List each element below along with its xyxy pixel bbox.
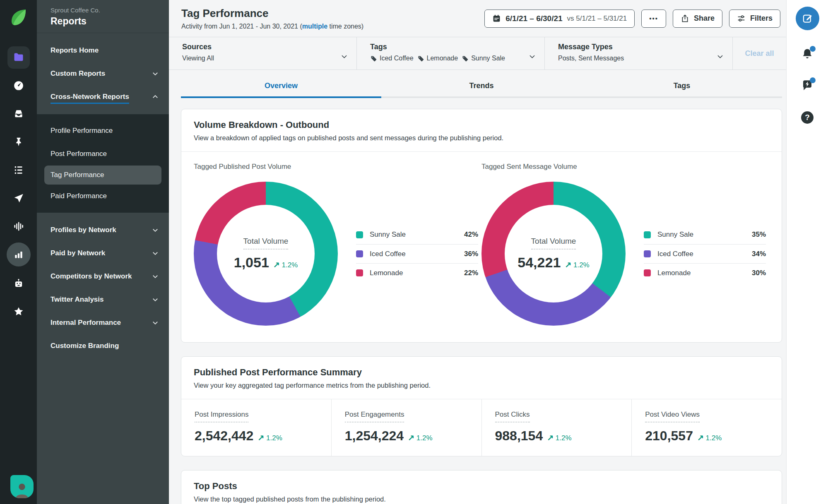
nav-send[interactable] xyxy=(7,187,30,209)
volume-card-subtitle: View a breakdown of applied tags on publ… xyxy=(194,134,769,142)
legend-row[interactable]: Lemonade 22% xyxy=(356,263,478,282)
sidebar-item-reports-home[interactable]: Reports Home xyxy=(37,39,169,62)
sidebar-item-competitors-by-network[interactable]: Competitors by Network xyxy=(37,265,169,288)
user-avatar[interactable] xyxy=(10,475,34,498)
sidebar-subsection: Profile Performance Post Performance Tag… xyxy=(37,114,169,213)
metric-label[interactable]: Post Clicks xyxy=(495,410,530,422)
chart-legend: Sunny Sale 42% Iced Coffee 36% xyxy=(356,225,478,282)
arrow-up-right-icon: ↗ xyxy=(408,433,414,442)
sidebar-item-customize-branding[interactable]: Customize Branding xyxy=(37,334,169,358)
utility-rail: ? xyxy=(787,0,828,504)
sidebar-item-internal-performance[interactable]: Internal Performance xyxy=(37,311,169,334)
metric-label[interactable]: Post Engagements xyxy=(345,410,404,422)
nav-listening[interactable] xyxy=(7,215,30,238)
nav-reports-active[interactable] xyxy=(7,242,31,266)
nav-publishing-pin[interactable] xyxy=(7,131,30,153)
sidebar-item-cross-network-reports[interactable]: Cross-Network Reports xyxy=(37,85,169,108)
nav-favorites[interactable] xyxy=(7,300,30,323)
sidebar-item-tag-performance-selected[interactable]: Tag Performance xyxy=(44,166,161,185)
delta-badge: ↗ 1.2% xyxy=(408,433,432,442)
message-types-filter[interactable]: Message Types Posts, Sent Messages xyxy=(544,37,732,70)
chevron-up-icon xyxy=(152,93,159,101)
sliders-icon xyxy=(737,14,746,23)
legend-row[interactable]: Iced Coffee 36% xyxy=(356,244,478,263)
legend-swatch xyxy=(356,269,363,276)
metric-post-impressions: Post Impressions 2,542,442 ↗ 1.2% xyxy=(181,399,331,456)
tab-overview[interactable]: Overview xyxy=(181,76,381,98)
delta-badge: ↗ 1.2% xyxy=(258,433,282,442)
sidebar-group-section: Profiles by Network Paid by Network Comp… xyxy=(37,213,169,363)
volume-breakdown-card: Volume Breakdown - Outbound View a break… xyxy=(181,109,782,343)
nav-dashboard[interactable] xyxy=(7,74,30,97)
legend-row[interactable]: Iced Coffee 34% xyxy=(644,244,766,263)
compose-button[interactable] xyxy=(796,7,819,30)
metric-label[interactable]: Post Video Views xyxy=(645,410,700,422)
star-icon xyxy=(13,306,24,317)
nav-tasks-list[interactable] xyxy=(7,159,30,181)
page-title: Tag Performance xyxy=(181,7,484,20)
gauge-icon xyxy=(13,80,24,91)
legend-row[interactable]: Sunny Sale 35% xyxy=(644,225,766,244)
sidebar-item-custom-reports[interactable]: Custom Reports xyxy=(37,62,169,85)
chevron-down-icon xyxy=(152,250,159,257)
date-range-value: 6/1/21 – 6/30/21 xyxy=(505,14,562,23)
more-options-button[interactable]: ••• xyxy=(641,10,666,28)
date-range-button[interactable]: 6/1/21 – 6/30/21 vs 5/1/21 – 5/31/21 xyxy=(484,10,635,28)
nav-automation[interactable] xyxy=(7,272,30,295)
whats-new-button[interactable] xyxy=(801,79,814,93)
share-label: Share xyxy=(694,14,715,23)
performance-summary-card: Published Post Performance Summary View … xyxy=(181,356,782,456)
legend-swatch xyxy=(356,231,363,238)
report-content: Volume Breakdown - Outbound View a break… xyxy=(169,98,786,504)
nav-reports-folder-active[interactable] xyxy=(7,46,30,69)
metric-value: 2,542,442 xyxy=(195,428,253,444)
sidebar-item-paid-performance[interactable]: Paid Performance xyxy=(37,185,169,208)
chevron-down-icon xyxy=(152,296,159,303)
chevron-down-icon xyxy=(528,53,536,62)
donut-chart-published[interactable]: Total Volume 1,051 ↗ 1.2% xyxy=(194,182,338,326)
paper-plane-icon xyxy=(13,193,24,204)
arrow-up-right-icon: ↗ xyxy=(565,260,571,269)
clear-all-button[interactable]: Clear all xyxy=(745,49,774,58)
sidebar-item-paid-by-network[interactable]: Paid by Network xyxy=(37,242,169,265)
total-volume-value: 1,051 xyxy=(234,254,269,271)
arrow-up-right-icon: ↗ xyxy=(697,433,704,442)
sidebar-item-post-performance[interactable]: Post Performance xyxy=(37,142,169,166)
sources-filter[interactable]: Sources Viewing All xyxy=(169,37,356,70)
inbox-icon xyxy=(13,108,24,119)
published-post-volume-chart: Tagged Published Post Volume Total Volum… xyxy=(194,163,481,326)
legend-swatch xyxy=(644,231,651,238)
filters-button[interactable]: Filters xyxy=(729,10,780,28)
chevron-down-icon xyxy=(716,53,724,62)
donut-chart-sent-messages[interactable]: Total Volume 54,221 ↗ 1.2% xyxy=(481,182,626,326)
notification-dot xyxy=(810,77,816,83)
metrics-row: Post Impressions 2,542,442 ↗ 1.2% Post E… xyxy=(181,399,782,456)
notification-dot xyxy=(810,46,816,52)
help-button[interactable]: ? xyxy=(801,111,814,124)
folder-icon xyxy=(13,52,24,63)
legend-row[interactable]: Lemonade 30% xyxy=(644,263,766,282)
delta-badge: ↗ 1.2% xyxy=(697,433,722,442)
report-header: Tag Performance Activity from Jun 1, 202… xyxy=(169,0,786,37)
delta-badge: ↗ 1.2% xyxy=(273,260,298,269)
message-types-value: Posts, Sent Messages xyxy=(558,55,716,62)
tags-label: Tags xyxy=(370,43,528,51)
company-name: Sprout Coffee Co. xyxy=(51,7,169,14)
sidebar-item-profiles-by-network[interactable]: Profiles by Network xyxy=(37,218,169,242)
tab-tags[interactable]: Tags xyxy=(582,76,782,98)
notifications-button[interactable] xyxy=(801,48,814,62)
tab-trends[interactable]: Trends xyxy=(381,76,582,98)
sprout-leaf-logo-icon xyxy=(9,7,29,27)
tags-filter[interactable]: Tags Iced Coffee Lemonade Sunny Sale xyxy=(356,37,544,70)
metric-label[interactable]: Post Impressions xyxy=(195,410,248,422)
nav-inbox[interactable] xyxy=(7,103,30,125)
legend-swatch xyxy=(644,269,651,276)
sources-label: Sources xyxy=(182,43,340,51)
multiple-timezones-link[interactable]: multiple xyxy=(302,23,327,30)
chevron-down-icon xyxy=(340,53,348,62)
legend-row[interactable]: Sunny Sale 42% xyxy=(356,225,478,244)
sidebar-item-profile-performance[interactable]: Profile Performance xyxy=(37,119,169,142)
date-compare-value: vs 5/1/21 – 5/31/21 xyxy=(567,14,627,23)
share-button[interactable]: Share xyxy=(673,10,722,28)
sidebar-item-twitter-analysis[interactable]: Twitter Analysis xyxy=(37,288,169,311)
